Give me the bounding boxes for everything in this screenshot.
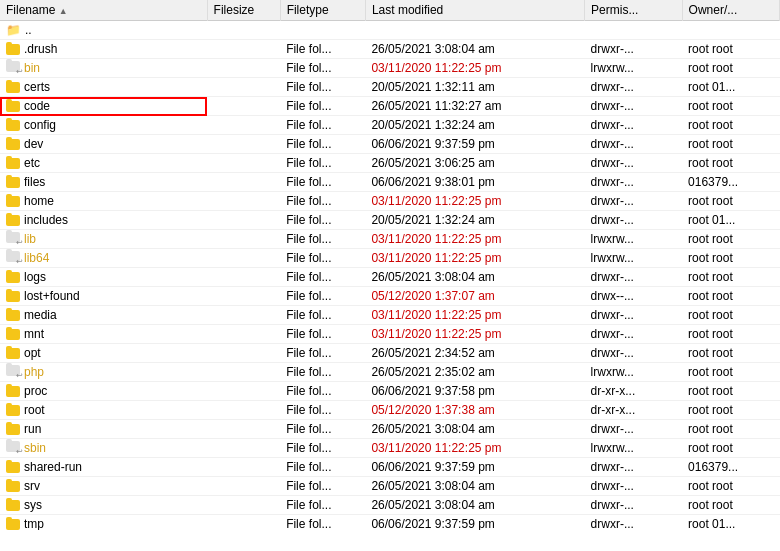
file-name-cell[interactable]: ↩bin xyxy=(0,59,207,78)
file-name-cell[interactable]: ↩lib xyxy=(0,230,207,249)
file-owner-cell: root root xyxy=(682,40,779,59)
file-type-cell: File fol... xyxy=(280,173,365,192)
table-row[interactable]: tmpFile fol...06/06/2021 9:37:59 pmdrwxr… xyxy=(0,515,780,531)
col-header-owner[interactable]: Owner/... xyxy=(682,0,779,21)
file-name-cell[interactable]: sys xyxy=(0,496,207,515)
table-row[interactable]: mediaFile fol...03/11/2020 11:22:25 pmdr… xyxy=(0,306,780,325)
table-row[interactable]: includesFile fol...20/05/2021 1:32:24 am… xyxy=(0,211,780,230)
file-size-cell xyxy=(207,439,280,458)
file-perms-cell: drwxr-... xyxy=(585,458,682,477)
file-name-cell[interactable]: etc xyxy=(0,154,207,173)
folder-icon xyxy=(6,405,20,416)
file-type-cell: File fol... xyxy=(280,344,365,363)
table-row[interactable]: ↩libFile fol...03/11/2020 11:22:25 pmlrw… xyxy=(0,230,780,249)
file-owner-cell: root root xyxy=(682,477,779,496)
file-name-cell[interactable]: mnt xyxy=(0,325,207,344)
file-size-cell xyxy=(207,344,280,363)
file-name-cell[interactable]: ↩php xyxy=(0,363,207,382)
table-row[interactable]: srvFile fol...26/05/2021 3:08:04 amdrwxr… xyxy=(0,477,780,496)
file-name-cell[interactable]: proc xyxy=(0,382,207,401)
folder-icon xyxy=(6,120,20,131)
file-name-cell[interactable]: logs xyxy=(0,268,207,287)
file-owner-cell: root root xyxy=(682,97,779,116)
file-size-cell xyxy=(207,401,280,420)
table-row[interactable]: mntFile fol...03/11/2020 11:22:25 pmdrwx… xyxy=(0,325,780,344)
file-owner-cell: root root xyxy=(682,116,779,135)
file-name-cell[interactable]: root xyxy=(0,401,207,420)
col-header-filetype[interactable]: Filetype xyxy=(280,0,365,21)
file-name-text: bin xyxy=(24,61,40,75)
table-row[interactable]: etcFile fol...26/05/2021 3:06:25 amdrwxr… xyxy=(0,154,780,173)
folder-icon xyxy=(6,310,20,321)
table-row[interactable]: filesFile fol...06/06/2021 9:38:01 pmdrw… xyxy=(0,173,780,192)
file-name-text: proc xyxy=(24,384,47,398)
folder-icon xyxy=(6,462,20,473)
file-name-cell[interactable]: ↩lib64 xyxy=(0,249,207,268)
file-name-cell[interactable]: lost+found xyxy=(0,287,207,306)
file-owner-cell: root root xyxy=(682,401,779,420)
folder-icon xyxy=(6,82,20,93)
table-row[interactable]: ↩phpFile fol...26/05/2021 2:35:02 amlrwx… xyxy=(0,363,780,382)
col-header-filesize[interactable]: Filesize xyxy=(207,0,280,21)
table-row[interactable]: .drushFile fol...26/05/2021 3:08:04 amdr… xyxy=(0,40,780,59)
col-header-filename[interactable]: Filename ▲ xyxy=(0,0,207,21)
col-header-permissions[interactable]: Permis... xyxy=(585,0,682,21)
table-row[interactable]: certsFile fol...20/05/2021 1:32:11 amdrw… xyxy=(0,78,780,97)
file-name-cell[interactable]: shared-run xyxy=(0,458,207,477)
table-row[interactable]: shared-runFile fol...06/06/2021 9:37:59 … xyxy=(0,458,780,477)
table-row[interactable]: homeFile fol...03/11/2020 11:22:25 pmdrw… xyxy=(0,192,780,211)
table-row[interactable]: codeFile fol...26/05/2021 11:32:27 amdrw… xyxy=(0,97,780,116)
file-name-cell[interactable]: opt xyxy=(0,344,207,363)
table-row[interactable]: ↩lib64File fol...03/11/2020 11:22:25 pml… xyxy=(0,249,780,268)
file-name-cell[interactable]: 📁.. xyxy=(0,21,207,40)
file-type-cell: File fol... xyxy=(280,59,365,78)
table-row[interactable]: 📁.. xyxy=(0,21,780,40)
file-name-cell[interactable]: dev xyxy=(0,135,207,154)
table-row[interactable]: devFile fol...06/06/2021 9:37:59 pmdrwxr… xyxy=(0,135,780,154)
table-row[interactable]: rootFile fol...05/12/2020 1:37:38 amdr-x… xyxy=(0,401,780,420)
file-modified-cell: 03/11/2020 11:22:25 pm xyxy=(365,230,584,249)
file-name-cell[interactable]: tmp xyxy=(0,515,207,531)
file-name-text: lost+found xyxy=(24,289,80,303)
file-size-cell xyxy=(207,40,280,59)
file-type-cell: File fol... xyxy=(280,420,365,439)
file-size-cell xyxy=(207,515,280,531)
table-row[interactable]: ↩binFile fol...03/11/2020 11:22:25 pmlrw… xyxy=(0,59,780,78)
table-row[interactable]: sysFile fol...26/05/2021 3:08:04 amdrwxr… xyxy=(0,496,780,515)
file-perms-cell: drwxr-... xyxy=(585,97,682,116)
file-name-cell[interactable]: home xyxy=(0,192,207,211)
file-size-cell xyxy=(207,59,280,78)
file-type-cell: File fol... xyxy=(280,458,365,477)
file-name-cell[interactable]: certs xyxy=(0,78,207,97)
file-name-text: config xyxy=(24,118,56,132)
file-size-cell xyxy=(207,154,280,173)
file-name-cell[interactable]: files xyxy=(0,173,207,192)
file-name-cell[interactable]: ↩sbin xyxy=(0,439,207,458)
file-name-cell[interactable]: code xyxy=(0,97,207,116)
file-name-cell[interactable]: srv xyxy=(0,477,207,496)
file-name-text: opt xyxy=(24,346,41,360)
folder-up-icon: 📁 xyxy=(6,23,21,37)
table-row[interactable]: runFile fol...26/05/2021 3:08:04 amdrwxr… xyxy=(0,420,780,439)
file-name-cell[interactable]: run xyxy=(0,420,207,439)
folder-icon xyxy=(6,291,20,302)
file-name-cell[interactable]: includes xyxy=(0,211,207,230)
file-name-cell[interactable]: media xyxy=(0,306,207,325)
table-row[interactable]: ↩sbinFile fol...03/11/2020 11:22:25 pmlr… xyxy=(0,439,780,458)
table-row[interactable]: logsFile fol...26/05/2021 3:08:04 amdrwx… xyxy=(0,268,780,287)
file-name-text: sys xyxy=(24,498,42,512)
file-list-scroll[interactable]: Filename ▲ Filesize Filetype Last modifi… xyxy=(0,0,780,530)
file-name-cell[interactable]: config xyxy=(0,116,207,135)
table-row[interactable]: optFile fol...26/05/2021 2:34:52 amdrwxr… xyxy=(0,344,780,363)
file-perms-cell: drwxr-... xyxy=(585,116,682,135)
table-row[interactable]: procFile fol...06/06/2021 9:37:58 pmdr-x… xyxy=(0,382,780,401)
file-name-text: sbin xyxy=(24,441,46,455)
file-name-cell[interactable]: .drush xyxy=(0,40,207,59)
table-row[interactable]: configFile fol...20/05/2021 1:32:24 amdr… xyxy=(0,116,780,135)
file-table: Filename ▲ Filesize Filetype Last modifi… xyxy=(0,0,780,530)
table-row[interactable]: lost+foundFile fol...05/12/2020 1:37:07 … xyxy=(0,287,780,306)
file-type-cell: File fol... xyxy=(280,230,365,249)
file-size-cell xyxy=(207,116,280,135)
folder-icon xyxy=(6,196,20,207)
col-header-modified[interactable]: Last modified xyxy=(365,0,584,21)
